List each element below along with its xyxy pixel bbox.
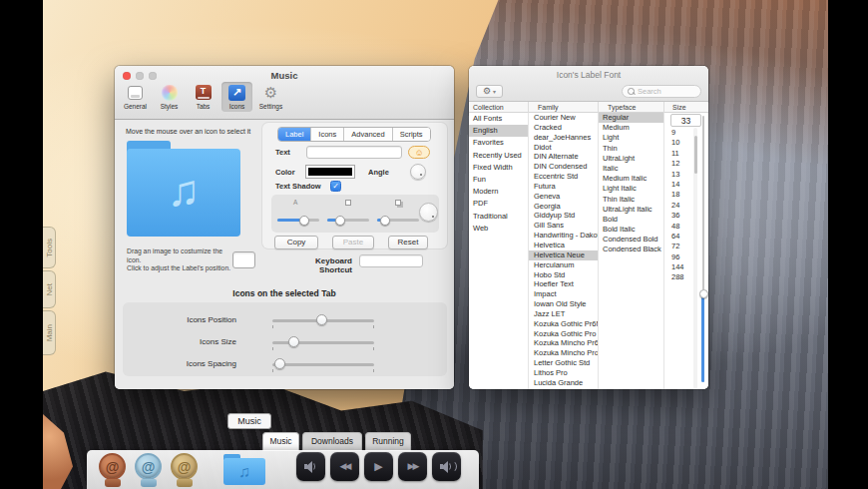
size-item[interactable]: 13 [664, 170, 693, 180]
family-item[interactable]: Eccentric Std [529, 172, 598, 182]
collection-item[interactable]: Recently Used [469, 150, 528, 162]
family-item[interactable]: Futura [529, 182, 598, 192]
family-item[interactable]: Helvetica Neue [529, 250, 598, 260]
family-item[interactable]: Herculanum [529, 260, 598, 270]
family-item[interactable]: Giddyup Std [529, 211, 598, 221]
family-item[interactable]: Helvetica [529, 241, 598, 250]
typeface-item[interactable]: Medium Italic [599, 174, 663, 184]
icons-spacing-slider[interactable] [272, 358, 374, 370]
typeface-item[interactable]: Light [599, 133, 663, 143]
keyboard-shortcut-input[interactable] [359, 254, 423, 267]
size-item[interactable]: 64 [664, 232, 693, 242]
collection-item[interactable]: All Fonts [469, 113, 528, 125]
toolbar-item-general[interactable]: General [120, 82, 151, 112]
size-item[interactable]: 18 [664, 190, 693, 200]
font-actions-button[interactable]: ⚙ ▾ [476, 85, 503, 98]
edge-tab-main[interactable]: Main [43, 310, 56, 355]
dock-tab-downloads[interactable]: Downloads [302, 432, 362, 451]
copy-button[interactable]: Copy [274, 236, 318, 249]
toolbar-item-styles[interactable]: Styles [154, 82, 185, 112]
icons-position-slider[interactable] [272, 314, 374, 326]
family-item[interactable]: Jazz LET [529, 309, 598, 319]
family-item[interactable]: Courier New [529, 113, 598, 123]
toolbar-item-icons[interactable]: ↗ Icons [221, 82, 252, 112]
typeface-item[interactable]: Light Italic [599, 184, 663, 194]
dock-tab-running[interactable]: Running [365, 432, 411, 451]
shadow-opacity-slider[interactable] [277, 215, 319, 225]
family-item[interactable]: Lucida Grande [529, 378, 598, 388]
family-item[interactable]: Kozuka Gothic Pr6N [529, 319, 598, 329]
family-item[interactable]: Letter Gothic Std [529, 358, 598, 368]
typeface-item[interactable]: Medium [599, 123, 663, 133]
rewind-button[interactable]: ◀◀ [330, 452, 359, 481]
size-list-scrollbar[interactable] [693, 128, 697, 389]
size-item[interactable]: 14 [664, 180, 693, 190]
emoji-picker-button[interactable]: ☺ [408, 146, 430, 159]
volume-up-button[interactable] [432, 452, 461, 481]
edge-tab-tools[interactable]: Tools [43, 227, 56, 268]
family-item[interactable]: Gill Sans [529, 221, 598, 231]
family-item[interactable]: Iowan Old Style [529, 299, 598, 309]
music-folder-icon[interactable]: ♫ [223, 454, 265, 485]
edge-tab-net[interactable]: Net [43, 270, 56, 308]
family-item[interactable]: Didot [529, 143, 598, 153]
zoom-button[interactable] [149, 72, 157, 80]
typeface-item[interactable]: UltraLight [599, 154, 663, 164]
family-item[interactable]: DIN Condensed [529, 162, 598, 172]
typeface-header[interactable]: Typeface [599, 102, 664, 113]
font-search-input[interactable]: Search [622, 85, 701, 98]
family-item[interactable]: Kozuka Gothic Pro [529, 329, 598, 339]
typeface-item[interactable]: Regular [599, 113, 663, 123]
family-item[interactable]: Kozuka Mincho Pro [529, 348, 598, 358]
shadow-blur-slider[interactable] [327, 215, 369, 225]
collection-item[interactable]: Fixed Width [469, 162, 528, 174]
family-header[interactable]: Family [529, 102, 599, 113]
collection-item[interactable]: Traditional [469, 211, 528, 223]
family-item[interactable]: Cracked [529, 123, 598, 133]
family-item[interactable]: Impact [529, 289, 598, 299]
at-stamp-blue-icon[interactable]: @ [134, 453, 164, 487]
paste-button[interactable]: Paste [332, 236, 374, 249]
font-panel-header[interactable]: Icon's Label Font ⚙ ▾ Search [469, 66, 708, 102]
typeface-item[interactable]: UltraLight Italic [599, 205, 663, 215]
typeface-item[interactable]: Italic [599, 164, 663, 174]
collection-item[interactable]: Modern [469, 186, 528, 198]
typeface-item[interactable]: Bold Italic [599, 225, 663, 235]
size-item[interactable]: 96 [664, 252, 693, 262]
size-item[interactable]: 11 [664, 149, 693, 159]
collection-item[interactable]: Fun [469, 174, 528, 186]
toolbar-item-settings[interactable]: ⚙ Settings [255, 82, 286, 112]
typeface-item[interactable]: Thin Italic [599, 195, 663, 205]
minimize-button[interactable] [136, 72, 144, 80]
text-shadow-checkbox[interactable]: ✓ [330, 181, 341, 192]
size-item[interactable]: 72 [664, 242, 693, 251]
image-well[interactable] [232, 251, 255, 268]
angle-dial[interactable] [410, 164, 426, 180]
typeface-item[interactable]: Bold [599, 215, 663, 225]
tab-label[interactable]: Label [278, 128, 311, 141]
close-button[interactable] [123, 72, 131, 80]
size-header[interactable]: Size [664, 102, 708, 113]
size-item[interactable]: 288 [664, 272, 693, 282]
collection-header[interactable]: Collection [469, 102, 529, 113]
typeface-item[interactable]: Condensed Black [599, 244, 663, 254]
family-item[interactable]: dear_JoeHannes [529, 133, 598, 143]
typeface-item[interactable]: Thin [599, 144, 663, 154]
volume-down-button[interactable] [296, 452, 325, 481]
collection-item[interactable]: English [469, 125, 528, 137]
collection-item[interactable]: Web [469, 223, 528, 235]
size-item[interactable]: 10 [664, 138, 693, 148]
collection-item[interactable]: PDF [469, 198, 528, 210]
tab-icons[interactable]: Icons [311, 128, 344, 141]
collection-item[interactable]: Favorites [469, 137, 528, 149]
shadow-offset-slider[interactable] [377, 215, 419, 225]
at-stamp-gold-icon[interactable]: @ [170, 453, 200, 487]
size-item[interactable]: 9 [664, 128, 693, 138]
shadow-angle-dial[interactable] [419, 203, 438, 222]
family-item[interactable]: Hoefler Text [529, 279, 598, 289]
size-item[interactable]: 12 [664, 159, 693, 169]
label-text-input[interactable] [306, 146, 402, 159]
music-folder-preview[interactable]: ♫ [127, 141, 240, 237]
icons-size-slider[interactable] [272, 336, 374, 348]
music-window-header[interactable]: Music General Styles T Tabs ↗ Icons [115, 66, 454, 120]
